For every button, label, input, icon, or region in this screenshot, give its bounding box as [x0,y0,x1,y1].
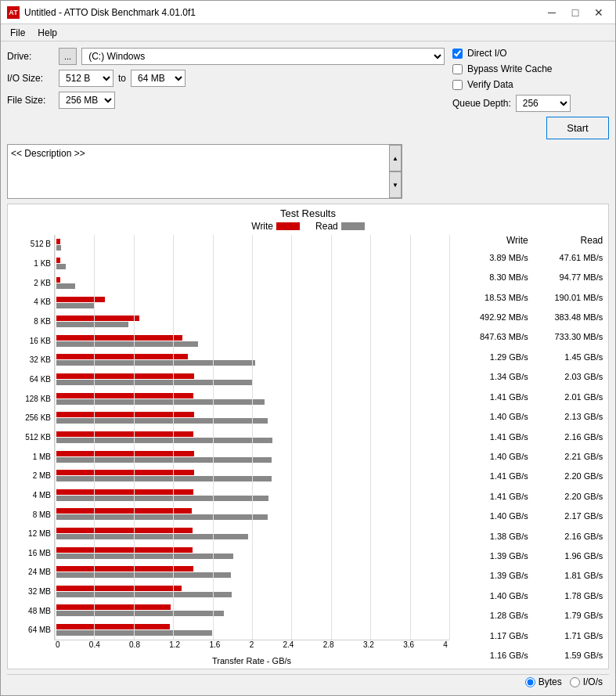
minimize-button[interactable]: ─ [542,5,562,20]
row-label: 64 KB [11,376,51,384]
bytes-label: Bytes [539,676,562,687]
chart-container: 512 B1 KB2 KB4 KB8 KB16 KB32 KB64 KB128 … [11,235,605,665]
bypass-write-cache-checkbox[interactable] [452,64,463,74]
description-box: << Description >> ▲ ▼ [7,144,402,199]
read-bar [56,611,224,616]
write-value: 1.40 GB/s [458,412,528,421]
bar-pair [56,585,448,598]
bytes-radio[interactable] [525,677,535,687]
write-value: 3.89 MB/s [458,253,528,262]
write-value: 18.53 MB/s [458,293,528,302]
write-value: 1.41 GB/s [458,492,528,501]
col-read-header: Read [532,235,603,246]
read-value: 2.13 GB/s [532,412,603,421]
row-label: 512 KB [11,434,51,442]
table-row: 1.41 GB/s2.20 GB/s [456,471,605,481]
bar-pair [56,546,448,560]
x-axis-label: 3.2 [363,640,374,649]
read-bar [56,476,272,481]
write-value: 1.17 GB/s [458,631,528,640]
read-bar [56,380,253,385]
x-axis-label: 2.4 [283,640,294,649]
read-legend-color [341,222,365,230]
table-row: 1.41 GB/s2.16 GB/s [456,432,605,442]
row-label: 32 MB [11,588,51,596]
top-section: Drive: ... (C:) Windows I/O Size: 512 B … [7,48,609,139]
menu-help[interactable]: Help [31,26,63,40]
start-button[interactable]: Start [546,117,609,139]
write-legend-color [276,222,300,230]
title-bar-left: AT Untitled - ATTO Disk Benchmark 4.01.0… [7,6,196,19]
read-value: 94.77 MB/s [532,272,603,282]
queue-depth-select[interactable]: 256 [516,95,571,112]
verify-data-checkbox[interactable] [452,80,463,90]
read-bar [56,554,233,559]
write-value: 1.34 GB/s [458,372,528,381]
table-row: 8.30 MB/s94.77 MB/s [456,272,605,282]
read-legend-label: Read [315,221,338,232]
col-write-header: Write [458,235,528,246]
row-label: 4 MB [11,492,51,499]
row-label: 8 KB [11,318,51,326]
direct-io-checkbox[interactable] [452,49,463,59]
file-size-select[interactable]: 256 MB [59,92,115,109]
write-value: 1.39 GB/s [458,551,528,561]
read-value: 2.21 GB/s [532,452,603,461]
read-value: 2.01 GB/s [532,392,603,402]
io-radio[interactable] [570,677,580,687]
read-value: 1.81 GB/s [532,571,603,580]
row-label: 24 MB [11,568,51,576]
table-row: 1.39 GB/s1.96 GB/s [456,551,605,561]
drive-browse-button[interactable]: ... [59,48,77,65]
read-value: 47.61 MB/s [532,253,603,262]
row-label: 128 KB [11,395,51,403]
bar-pair [56,315,448,328]
read-bar [56,360,255,366]
io-size-to-select[interactable]: 64 MB [131,70,186,87]
table-row: 1.17 GB/s1.71 GB/s [456,631,605,640]
row-label: 512 B [11,240,51,248]
read-value: 2.03 GB/s [532,372,603,381]
scroll-down-button[interactable]: ▼ [389,171,402,198]
row-label: 1 MB [11,453,51,461]
read-bar [56,514,268,520]
close-button[interactable]: ✕ [589,5,609,20]
read-value: 190.01 MB/s [532,293,603,302]
main-window: AT Untitled - ATTO Disk Benchmark 4.01.0… [0,0,616,696]
read-bar [56,496,268,501]
write-bar [56,604,171,610]
write-value: 1.40 GB/s [458,452,528,461]
x-axis-label: 1.6 [209,640,220,649]
table-row: 1.40 GB/s2.21 GB/s [456,452,605,461]
row-label: 4 KB [11,298,51,306]
bar-pair [56,623,448,636]
x-axis: 00.40.81.21.622.42.83.23.64 [11,640,449,656]
chart-left: 512 B1 KB2 KB4 KB8 KB16 KB32 KB64 KB128 … [11,235,449,665]
read-bar [56,572,231,578]
table-row: 1.40 GB/s2.17 GB/s [456,511,605,521]
table-row: 847.63 MB/s733.30 MB/s [456,332,605,341]
write-bar [56,316,139,321]
write-bar [56,508,192,514]
bar-pair [56,527,448,540]
table-row: 18.53 MB/s190.01 MB/s [456,293,605,302]
bottom-bar: Bytes I/O/s [7,674,609,689]
read-bar [56,534,248,539]
io-label: I/O/s [583,676,603,687]
table-row: 1.38 GB/s2.16 GB/s [456,532,605,541]
window-title: Untitled - ATTO Disk Benchmark 4.01.0f1 [24,7,196,18]
bar-pair [56,392,448,406]
maximize-button[interactable]: □ [565,5,585,20]
table-row: 1.41 GB/s2.01 GB/s [456,392,605,402]
write-bar [56,239,60,244]
write-value: 1.38 GB/s [458,532,528,541]
drive-select[interactable]: (C:) Windows [81,48,445,65]
table-row: 1.28 GB/s1.79 GB/s [456,611,605,620]
menu-file[interactable]: File [4,26,31,40]
row-label: 256 KB [11,414,51,422]
io-size-from-select[interactable]: 512 B [59,70,113,87]
bar-pair [56,238,448,251]
scroll-up-button[interactable]: ▲ [389,145,402,171]
read-value: 2.16 GB/s [532,532,603,541]
write-value: 1.29 GB/s [458,352,528,362]
